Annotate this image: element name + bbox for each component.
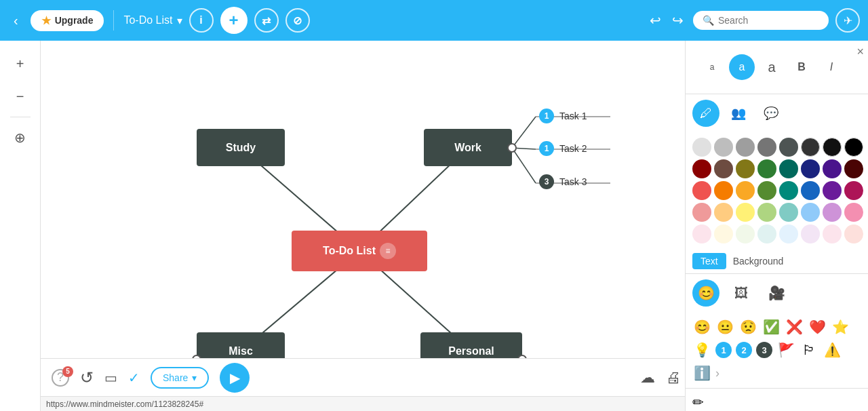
canvas[interactable]: To-Do List ≡ Study Work Misc Personal 1	[41, 41, 685, 411]
color-swatch-26[interactable]	[736, 203, 755, 222]
cloud-button[interactable]: ☁	[640, 369, 655, 387]
undo-button[interactable]: ↩	[647, 9, 664, 31]
text-bold-button[interactable]: B	[789, 54, 814, 80]
color-swatch-4[interactable]	[779, 138, 798, 157]
text-toggle-button[interactable]: Text	[692, 253, 726, 269]
color-swatch-36[interactable]	[779, 224, 798, 243]
diagram-title[interactable]: To-Do List ▾	[123, 14, 182, 27]
color-swatch-29[interactable]	[801, 203, 820, 222]
color-swatch-35[interactable]	[757, 224, 776, 243]
color-swatch-31[interactable]	[844, 203, 863, 222]
color-swatch-10[interactable]	[736, 159, 755, 178]
back-button[interactable]: ‹	[8, 10, 24, 31]
color-swatch-20[interactable]	[779, 181, 798, 200]
emoji-check[interactable]: ✅	[762, 317, 781, 336]
study-node[interactable]: Study	[197, 129, 285, 166]
color-swatch-6[interactable]	[823, 138, 842, 157]
color-swatch-5[interactable]	[801, 138, 820, 157]
emoji-heart[interactable]: ❤️	[808, 317, 827, 336]
color-swatch-27[interactable]	[757, 203, 776, 222]
emoji-cross[interactable]: ❌	[785, 317, 804, 336]
color-swatch-24[interactable]	[692, 203, 711, 222]
color-swatch-0[interactable]	[692, 138, 711, 157]
color-swatch-17[interactable]	[714, 181, 733, 200]
center-node-label: To-Do List	[323, 245, 376, 257]
color-swatch-13[interactable]	[801, 159, 820, 178]
color-swatch-15[interactable]	[844, 159, 863, 178]
send-button[interactable]: ✈	[835, 8, 860, 33]
color-swatch-19[interactable]	[757, 181, 776, 200]
color-swatch-32[interactable]	[692, 224, 711, 243]
color-swatch-33[interactable]	[714, 224, 733, 243]
bg-toggle-label: Background	[733, 256, 784, 267]
text-medium-button[interactable]: a	[729, 54, 755, 80]
emoji-star[interactable]: ⭐	[831, 317, 850, 336]
task-1-label: Task 1	[559, 111, 587, 121]
add-button[interactable]: +	[220, 7, 248, 34]
zoom-in-button[interactable]: +	[8, 52, 33, 76]
color-swatch-1[interactable]	[714, 138, 733, 157]
emoji-happy[interactable]: 😊	[692, 317, 711, 336]
text-italic-button[interactable]: I	[818, 54, 844, 80]
print-button[interactable]: 🖨	[666, 369, 681, 387]
color-swatch-22[interactable]	[823, 181, 842, 200]
play-button[interactable]: ▶	[220, 363, 250, 393]
badge-2[interactable]: 2	[736, 342, 752, 358]
text-small-button[interactable]: a	[699, 54, 725, 80]
color-swatch-23[interactable]	[844, 181, 863, 200]
bubble-style-button[interactable]: 💬	[757, 100, 785, 127]
zoom-out-button[interactable]: −	[8, 84, 33, 109]
color-swatch-38[interactable]	[823, 224, 842, 243]
color-swatch-21[interactable]	[801, 181, 820, 200]
help-button[interactable]: ? 5	[52, 369, 69, 387]
color-swatch-37[interactable]	[801, 224, 820, 243]
color-swatch-8[interactable]	[692, 159, 711, 178]
badge-1[interactable]: 1	[715, 342, 732, 358]
color-swatch-2[interactable]	[736, 138, 755, 157]
person-style-button[interactable]: 🖊	[692, 100, 719, 127]
info-button[interactable]: i	[189, 8, 214, 33]
group-style-button[interactable]: 👥	[725, 100, 752, 127]
color-swatch-16[interactable]	[692, 181, 711, 200]
connections-button[interactable]: ⇄	[254, 8, 279, 33]
image-button[interactable]: 🖼	[728, 279, 755, 307]
color-swatch-3[interactable]	[757, 138, 776, 157]
share-button[interactable]: Share ▾	[151, 367, 209, 389]
work-node[interactable]: Work	[424, 129, 512, 166]
badge-3[interactable]: 3	[756, 342, 772, 358]
color-swatch-14[interactable]	[823, 159, 842, 178]
center-node[interactable]: To-Do List ≡	[292, 231, 427, 271]
text-large-button[interactable]: a	[759, 54, 785, 80]
center-button[interactable]: ⊕	[8, 125, 33, 150]
emoji-flag-green[interactable]: 🏳	[800, 340, 818, 359]
panel-close-button[interactable]: ×	[856, 45, 864, 59]
redo-button[interactable]: ↪	[669, 9, 686, 31]
emoji-bulb[interactable]: 💡	[692, 340, 711, 359]
color-swatch-12[interactable]	[779, 159, 798, 178]
color-swatch-18[interactable]	[736, 181, 755, 200]
upgrade-button[interactable]: ★ Upgrade	[31, 10, 104, 31]
color-swatch-34[interactable]	[736, 224, 755, 243]
search-input[interactable]	[718, 15, 813, 26]
color-swatch-30[interactable]	[823, 203, 842, 222]
color-swatch-9[interactable]	[714, 159, 733, 178]
emoji-neutral[interactable]: 😐	[715, 317, 734, 336]
emoji-warning[interactable]: ⚠️	[823, 340, 842, 359]
video-button[interactable]: 🎥	[763, 279, 790, 307]
emoji-info[interactable]: ℹ️	[692, 364, 711, 383]
ban-button[interactable]: ⊘	[285, 8, 310, 33]
color-swatch-39[interactable]	[844, 224, 863, 243]
shapes-button[interactable]: ▭	[104, 370, 117, 386]
emoji-button[interactable]: 😊	[692, 279, 719, 307]
emoji-sad[interactable]: 😟	[738, 317, 757, 336]
color-swatch-28[interactable]	[779, 203, 798, 222]
color-swatch-7[interactable]	[844, 138, 863, 157]
emoji-flag-red[interactable]: 🚩	[776, 340, 795, 359]
more-emojis-button[interactable]: ›	[715, 366, 719, 380]
color-swatch-11[interactable]	[757, 159, 776, 178]
pen-icon[interactable]: ✏	[692, 395, 704, 410]
color-swatch-25[interactable]	[714, 203, 733, 222]
task-3-item: 3 Task 3	[539, 174, 587, 189]
checkmark-button[interactable]: ✓	[128, 370, 140, 386]
history-button[interactable]: ↺	[80, 368, 94, 387]
